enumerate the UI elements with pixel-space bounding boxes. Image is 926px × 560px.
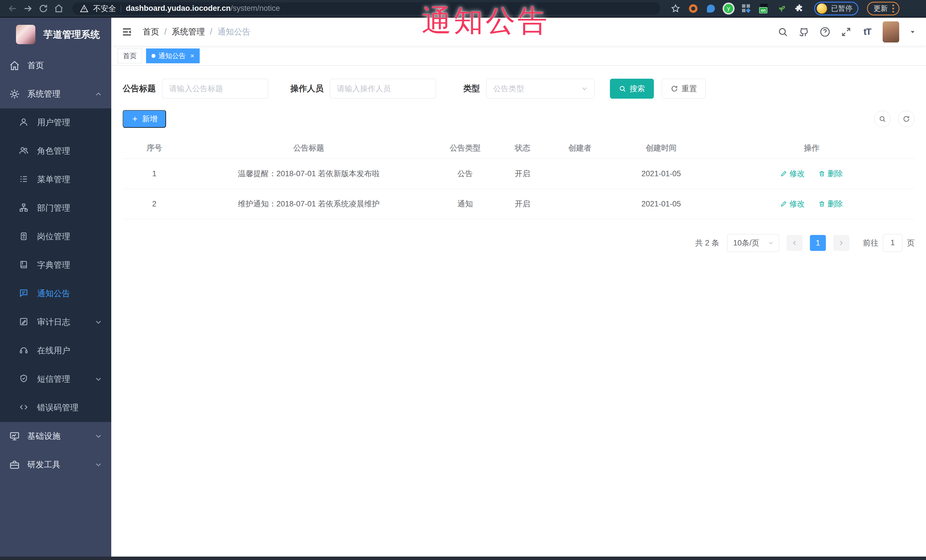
sidebar-item-online-users[interactable]: 在线用户 xyxy=(0,337,111,365)
goto-page-input[interactable] xyxy=(883,234,902,252)
cell-type: 通知 xyxy=(432,189,499,219)
font-size-icon[interactable]: tT xyxy=(861,26,873,38)
title-filter-label: 公告标题 xyxy=(123,83,156,94)
cell-creator xyxy=(546,189,614,219)
prev-page-button[interactable] xyxy=(787,235,802,251)
sidebar-item-audit-log[interactable]: 审计日志 xyxy=(0,308,111,337)
table-row[interactable]: 1 温馨提醒：2018-07-01 若依新版本发布啦 公告 开启 2021-01… xyxy=(123,158,915,189)
extension-orange-icon[interactable] xyxy=(688,3,698,14)
extensions-puzzle-icon[interactable] xyxy=(794,3,805,14)
url-text[interactable]: dashboard.yudao.iocoder.cn/system/notice xyxy=(126,4,280,13)
sidebar-item-menus[interactable]: 菜单管理 xyxy=(0,165,111,194)
type-select[interactable]: 公告类型 xyxy=(486,79,595,99)
annotation-overlay: 通知公告 xyxy=(422,1,549,41)
browser-profile-pill[interactable]: 已暂停 xyxy=(814,2,858,15)
cell-type: 公告 xyxy=(432,158,499,189)
sidebar-item-sms[interactable]: 短信管理 xyxy=(0,365,111,394)
extension-sprout-icon[interactable] xyxy=(776,3,787,14)
extension-grid-icon[interactable] xyxy=(741,3,751,14)
extension-on-badge-icon[interactable]: on xyxy=(759,3,769,14)
tag-home[interactable]: 首页 xyxy=(118,48,142,63)
page-size-value: 10条/页 xyxy=(733,238,760,248)
sidebar-item-label: 系统管理 xyxy=(27,88,94,100)
delete-link[interactable]: 删除 xyxy=(819,199,843,209)
fullscreen-icon[interactable] xyxy=(840,26,852,38)
browser-home-icon[interactable] xyxy=(53,2,65,15)
delete-link-label: 删除 xyxy=(828,199,843,209)
title-filter-input[interactable] xyxy=(162,79,268,99)
sidebar-item-label: 菜单管理 xyxy=(37,174,103,185)
sidebar-item-roles[interactable]: 角色管理 xyxy=(0,137,111,165)
next-page-button[interactable] xyxy=(833,235,849,251)
sidebar-item-posts[interactable]: 岗位管理 xyxy=(0,222,111,251)
delete-link[interactable]: 删除 xyxy=(819,169,843,179)
chevron-down-icon xyxy=(94,432,103,441)
col-status: 状态 xyxy=(499,137,546,158)
browser-forward-icon[interactable] xyxy=(22,2,34,15)
sidebar-item-notice[interactable]: 通知公告 xyxy=(0,279,111,308)
sidebar-item-system[interactable]: 系统管理 xyxy=(0,80,111,108)
help-icon[interactable] xyxy=(819,26,831,38)
github-icon[interactable] xyxy=(798,26,809,38)
tag-close-icon[interactable]: × xyxy=(190,53,194,59)
page-number-button[interactable]: 1 xyxy=(810,235,826,251)
user-menu-caret-icon[interactable] xyxy=(909,28,916,36)
add-button-label: 新增 xyxy=(142,114,157,124)
reset-button[interactable]: 重置 xyxy=(662,79,706,99)
sidebar-item-label: 字典管理 xyxy=(37,260,103,271)
browser-menu-icon[interactable] xyxy=(892,5,894,12)
active-dot xyxy=(151,54,156,58)
breadcrumb-system[interactable]: 系统管理 xyxy=(172,26,205,38)
navbar-actions: tT xyxy=(777,21,916,42)
edit-link[interactable]: 修改 xyxy=(780,169,805,179)
sidebar-item-label: 错误码管理 xyxy=(37,402,103,414)
user-avatar[interactable] xyxy=(883,21,899,42)
breadcrumb-home[interactable]: 首页 xyxy=(143,26,159,38)
cell-status: 开启 xyxy=(499,158,546,189)
reset-button-label: 重置 xyxy=(681,83,697,94)
search-button-label: 搜索 xyxy=(629,83,645,94)
sidebar-item-departments[interactable]: 部门管理 xyxy=(0,194,111,222)
tag-label: 通知公告 xyxy=(158,51,186,60)
sidebar-item-users[interactable]: 用户管理 xyxy=(0,108,111,137)
security-label[interactable]: 不安全 xyxy=(93,3,116,14)
sidebar-item-infrastructure[interactable]: 基础设施 xyxy=(0,422,111,450)
browser-reload-icon[interactable] xyxy=(37,2,50,15)
sidebar-item-dict[interactable]: 字典管理 xyxy=(0,251,111,279)
bookmark-star-icon[interactable] xyxy=(670,3,681,14)
sidebar-collapse-icon[interactable] xyxy=(121,26,133,38)
extension-green-icon[interactable]: y xyxy=(723,3,734,14)
browser-back-icon[interactable] xyxy=(6,2,19,15)
cell-created: 2021-01-05 xyxy=(614,189,709,219)
extension-blue-icon[interactable] xyxy=(706,3,716,14)
browser-update-pill[interactable]: 更新 xyxy=(867,2,899,15)
tag-label: 首页 xyxy=(123,51,137,60)
search-button[interactable]: 搜索 xyxy=(610,79,654,99)
address-bar[interactable]: 不安全 dashboard.yudao.iocoder.cn/system/no… xyxy=(73,2,660,15)
sidebar-logo[interactable]: 芋道管理系统 xyxy=(0,18,111,51)
cell-title: 维护通知：2018-07-01 若依系统凌晨维护 xyxy=(186,189,432,219)
edit-link-label: 修改 xyxy=(789,199,805,209)
col-type: 公告类型 xyxy=(432,137,499,158)
col-title: 公告标题 xyxy=(186,137,432,158)
header-search-icon[interactable] xyxy=(777,26,788,38)
col-creator: 创建者 xyxy=(546,137,614,158)
tag-notice[interactable]: 通知公告 × xyxy=(146,48,200,63)
show-search-toggle-button[interactable] xyxy=(874,111,891,127)
add-button[interactable]: 新增 xyxy=(123,110,166,128)
refresh-table-button[interactable] xyxy=(898,111,915,127)
operator-filter-input[interactable] xyxy=(330,79,436,99)
insecure-warning-icon xyxy=(80,4,88,13)
sidebar-item-label: 基础设施 xyxy=(27,430,94,442)
user-icon xyxy=(19,117,30,128)
page-size-select[interactable]: 10条/页 xyxy=(727,234,779,252)
sidebar-item-error-codes[interactable]: 错误码管理 xyxy=(0,394,111,422)
cell-index: 2 xyxy=(123,189,186,219)
sidebar-item-home[interactable]: 首页 xyxy=(0,51,111,80)
url-divider xyxy=(121,5,121,12)
cell-created: 2021-01-05 xyxy=(614,158,709,189)
table-row[interactable]: 2 维护通知：2018-07-01 若依系统凌晨维护 通知 开启 2021-01… xyxy=(123,189,915,219)
edit-link[interactable]: 修改 xyxy=(780,199,805,209)
col-created: 创建时间 xyxy=(614,137,709,158)
sidebar-item-dev-tools[interactable]: 研发工具 xyxy=(0,450,111,479)
